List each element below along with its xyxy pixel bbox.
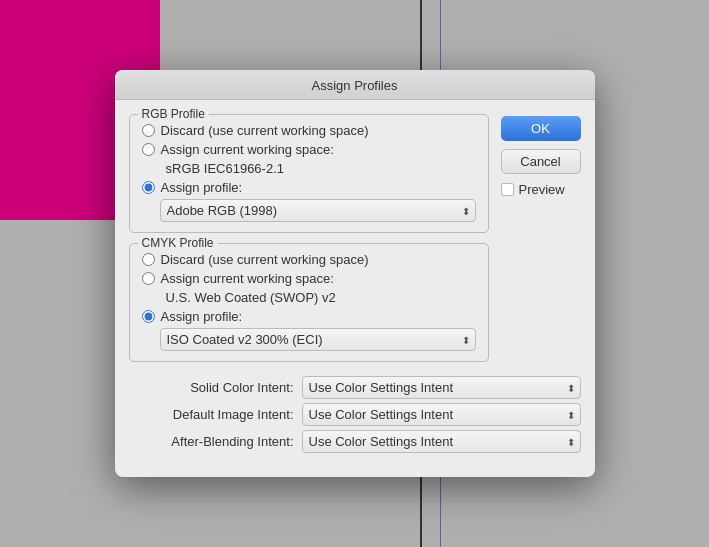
rgb-profile-select-row: Adobe RGB (1998) sRGB IEC61966-2.1 ProPh… [160,199,476,222]
cmyk-discard-radio[interactable] [142,253,155,266]
default-image-select-wrapper: Use Color Settings Intent Perceptual Sat… [302,403,581,426]
dialog-right: OK Cancel Preview [501,114,581,372]
rgb-working-space-name: sRGB IEC61966-2.1 [166,161,476,176]
cmyk-select-wrapper: ISO Coated v2 300% (ECI) U.S. Web Coated… [160,328,476,351]
after-blending-select-wrapper: Use Color Settings Intent Perceptual Sat… [302,430,581,453]
default-image-intent-label: Default Image Intent: [129,407,294,422]
cmyk-discard-label[interactable]: Discard (use current working space) [161,252,369,267]
rgb-legend: RGB Profile [138,107,209,121]
preview-row: Preview [501,182,581,197]
preview-label[interactable]: Preview [519,182,565,197]
cmyk-assign-label[interactable]: Assign profile: [161,309,243,324]
rgb-select-wrapper: Adobe RGB (1998) sRGB IEC61966-2.1 ProPh… [160,199,476,222]
cmyk-radio-row-3: Assign profile: [142,309,476,324]
cmyk-profile-select-row: ISO Coated v2 300% (ECI) U.S. Web Coated… [160,328,476,351]
cmyk-profile-select[interactable]: ISO Coated v2 300% (ECI) U.S. Web Coated… [160,328,476,351]
solid-color-intent-row: Solid Color Intent: Use Color Settings I… [129,376,581,399]
default-image-intent-row: Default Image Intent: Use Color Settings… [129,403,581,426]
cmyk-assign-radio[interactable] [142,310,155,323]
solid-color-intent-label: Solid Color Intent: [129,380,294,395]
preview-checkbox[interactable] [501,183,514,196]
rgb-assign-radio[interactable] [142,181,155,194]
after-blending-intent-label: After-Blending Intent: [129,434,294,449]
cmyk-working-label[interactable]: Assign current working space: [161,271,334,286]
cmyk-working-space-name: U.S. Web Coated (SWOP) v2 [166,290,476,305]
cmyk-radio-row-1: Discard (use current working space) [142,252,476,267]
rgb-profile-select[interactable]: Adobe RGB (1998) sRGB IEC61966-2.1 ProPh… [160,199,476,222]
after-blending-intent-select[interactable]: Use Color Settings Intent Perceptual Sat… [302,430,581,453]
rgb-profile-section: RGB Profile Discard (use current working… [129,114,489,233]
rgb-working-radio[interactable] [142,143,155,156]
default-image-intent-select[interactable]: Use Color Settings Intent Perceptual Sat… [302,403,581,426]
rgb-discard-radio[interactable] [142,124,155,137]
intent-section: Solid Color Intent: Use Color Settings I… [115,376,595,453]
dialog-body: RGB Profile Discard (use current working… [115,100,595,372]
dialog-title: Assign Profiles [312,78,398,93]
rgb-radio-row-2: Assign current working space: [142,142,476,157]
solid-color-select-wrapper: Use Color Settings Intent Perceptual Sat… [302,376,581,399]
cmyk-working-radio[interactable] [142,272,155,285]
rgb-working-label[interactable]: Assign current working space: [161,142,334,157]
rgb-assign-label[interactable]: Assign profile: [161,180,243,195]
rgb-radio-row-3: Assign profile: [142,180,476,195]
rgb-discard-label[interactable]: Discard (use current working space) [161,123,369,138]
cmyk-legend: CMYK Profile [138,236,218,250]
dialog-titlebar: Assign Profiles [115,70,595,100]
rgb-radio-row-1: Discard (use current working space) [142,123,476,138]
assign-profiles-dialog: Assign Profiles RGB Profile Discard (use… [115,70,595,477]
ok-button[interactable]: OK [501,116,581,141]
solid-color-intent-select[interactable]: Use Color Settings Intent Perceptual Sat… [302,376,581,399]
dialog-left: RGB Profile Discard (use current working… [129,114,489,372]
cancel-button[interactable]: Cancel [501,149,581,174]
cmyk-profile-section: CMYK Profile Discard (use current workin… [129,243,489,362]
after-blending-intent-row: After-Blending Intent: Use Color Setting… [129,430,581,453]
cmyk-radio-row-2: Assign current working space: [142,271,476,286]
